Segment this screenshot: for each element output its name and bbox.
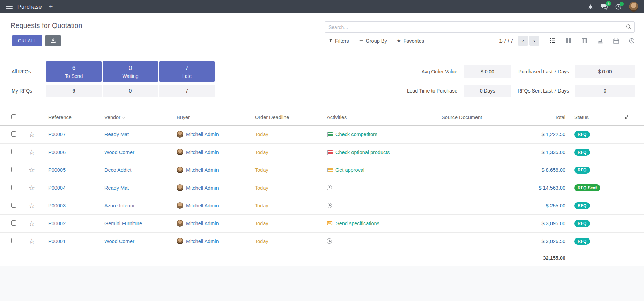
pivot-view-button[interactable] bbox=[582, 38, 587, 44]
row-checkbox[interactable] bbox=[11, 203, 16, 208]
my-waiting-value[interactable]: 0 bbox=[103, 85, 158, 97]
favorite-star-icon[interactable]: ☆ bbox=[29, 148, 35, 156]
table-row[interactable]: ☆ P00001 Wood Corner Mitchell Admin Toda… bbox=[0, 232, 644, 250]
activity-clock-icon[interactable] bbox=[615, 4, 621, 10]
search-icon[interactable] bbox=[626, 24, 631, 31]
vendor-link[interactable]: Deco Addict bbox=[104, 167, 131, 173]
status-badge: RFQ bbox=[574, 131, 590, 138]
debug-bug-icon[interactable] bbox=[587, 4, 593, 9]
column-header-order-deadline[interactable]: Order Deadline bbox=[255, 115, 289, 120]
buyer-link[interactable]: Mitchell Admin bbox=[186, 221, 219, 226]
export-button[interactable] bbox=[45, 35, 61, 46]
calendar-view-button[interactable] bbox=[613, 38, 619, 44]
table-row[interactable]: ☆ P00005 Deco Addict Mitchell Admin Toda… bbox=[0, 161, 644, 179]
vendor-link[interactable]: Ready Mat bbox=[104, 132, 129, 137]
activity-icon[interactable] bbox=[327, 132, 333, 137]
stat-label-purchased-last-7-days: Purchased Last 7 Days bbox=[518, 69, 569, 74]
buyer-link[interactable]: Mitchell Admin bbox=[186, 185, 219, 191]
reference-link[interactable]: P00005 bbox=[48, 167, 66, 173]
buyer-link[interactable]: Mitchell Admin bbox=[186, 203, 219, 208]
table-row[interactable]: ☆ P00003 Azure Interior Mitchell Admin T… bbox=[0, 197, 644, 214]
column-header-total[interactable]: Total bbox=[555, 115, 565, 120]
activity-icon[interactable] bbox=[327, 150, 333, 155]
row-checkbox[interactable] bbox=[11, 220, 16, 226]
activity-icon[interactable] bbox=[327, 238, 332, 244]
search-input[interactable] bbox=[325, 21, 635, 33]
column-header-activities[interactable]: Activities bbox=[327, 115, 347, 120]
vendor-link[interactable]: Azure Interior bbox=[104, 203, 135, 208]
order-deadline-text: Today bbox=[255, 149, 268, 155]
all-rfqs-link[interactable]: All RFQs bbox=[12, 69, 45, 74]
card-waiting[interactable]: 0 Waiting bbox=[103, 61, 158, 82]
favorite-star-icon[interactable]: ☆ bbox=[29, 184, 35, 192]
pager-next-button[interactable]: › bbox=[529, 36, 539, 46]
row-checkbox[interactable] bbox=[11, 131, 16, 137]
reference-link[interactable]: P00007 bbox=[48, 132, 66, 137]
card-to-send[interactable]: 6 To Send bbox=[46, 61, 102, 82]
activity-icon[interactable] bbox=[327, 185, 332, 190]
activity-label[interactable]: Check optional products bbox=[335, 149, 390, 155]
activity-view-button[interactable] bbox=[629, 38, 635, 44]
table-row[interactable]: ☆ P00006 Wood Corner Mitchell Admin Toda… bbox=[0, 143, 644, 161]
activity-label[interactable]: Send specifications bbox=[336, 221, 379, 226]
favorite-star-icon[interactable]: ☆ bbox=[29, 202, 35, 210]
favorite-star-icon[interactable]: ☆ bbox=[29, 220, 35, 227]
row-checkbox[interactable] bbox=[11, 149, 16, 154]
user-avatar[interactable] bbox=[629, 2, 638, 12]
table-row[interactable]: ☆ P00007 Ready Mat Mitchell Admin Today … bbox=[0, 125, 644, 143]
favorite-star-icon[interactable]: ☆ bbox=[29, 237, 35, 245]
messages-icon[interactable]: 5 bbox=[601, 4, 608, 10]
column-header-source-document[interactable]: Source Document bbox=[442, 115, 482, 120]
menu-icon[interactable] bbox=[6, 5, 13, 9]
select-all-checkbox[interactable] bbox=[11, 114, 16, 119]
column-header-status[interactable]: Status bbox=[574, 115, 589, 120]
activity-icon[interactable] bbox=[327, 221, 333, 226]
row-checkbox[interactable] bbox=[11, 167, 16, 172]
column-header-vendor[interactable]: Vendor bbox=[104, 115, 120, 120]
column-header-reference[interactable]: Reference bbox=[48, 115, 72, 120]
favorite-star-icon[interactable]: ☆ bbox=[29, 131, 35, 138]
favorites-button[interactable]: ★ Favorites bbox=[397, 38, 424, 44]
my-rfqs-link[interactable]: My RFQs bbox=[12, 88, 45, 94]
reference-link[interactable]: P00001 bbox=[48, 238, 66, 244]
vendor-link[interactable]: Gemini Furniture bbox=[104, 221, 142, 226]
table-row[interactable]: ☆ P00004 Ready Mat Mitchell Admin Today … bbox=[0, 179, 644, 197]
optional-columns-icon[interactable] bbox=[624, 115, 629, 120]
column-header-buyer[interactable]: Buyer bbox=[177, 115, 190, 120]
vendor-link[interactable]: Wood Corner bbox=[104, 149, 134, 155]
pager-text: 1-7 / 7 bbox=[499, 38, 513, 44]
app-name[interactable]: Purchase bbox=[17, 3, 42, 10]
buyer-link[interactable]: Mitchell Admin bbox=[186, 132, 219, 137]
create-button[interactable]: CREATE bbox=[12, 35, 42, 46]
my-to-send-value[interactable]: 6 bbox=[46, 85, 102, 97]
pager-previous-button[interactable]: ‹ bbox=[518, 36, 528, 46]
reference-link[interactable]: P00002 bbox=[48, 221, 66, 226]
activity-icon[interactable] bbox=[327, 168, 333, 172]
vendor-link[interactable]: Ready Mat bbox=[104, 185, 129, 191]
favorite-star-icon[interactable]: ☆ bbox=[29, 166, 35, 174]
stat-label-lead-time: Lead Time to Purchase bbox=[407, 88, 457, 94]
list-view-button[interactable] bbox=[550, 38, 556, 44]
vendor-link[interactable]: Wood Corner bbox=[104, 238, 134, 244]
group-by-button[interactable]: Group By bbox=[358, 38, 387, 44]
row-checkbox[interactable] bbox=[11, 185, 16, 190]
card-late[interactable]: 7 Late bbox=[159, 61, 215, 82]
reference-link[interactable]: P00003 bbox=[48, 203, 66, 208]
kanban-view-button[interactable] bbox=[566, 38, 571, 44]
page-background bbox=[0, 266, 644, 301]
filters-button[interactable]: Filters bbox=[328, 38, 349, 44]
graph-view-button[interactable] bbox=[597, 38, 603, 44]
activity-label[interactable]: Get approval bbox=[335, 167, 364, 173]
buyer-link[interactable]: Mitchell Admin bbox=[186, 149, 219, 155]
reference-link[interactable]: P00004 bbox=[48, 185, 66, 191]
activity-label[interactable]: Check competitors bbox=[335, 132, 377, 137]
buyer-link[interactable]: Mitchell Admin bbox=[186, 238, 219, 244]
row-checkbox[interactable] bbox=[11, 238, 16, 243]
buyer-link[interactable]: Mitchell Admin bbox=[186, 167, 219, 173]
table-row[interactable]: ☆ P00002 Gemini Furniture Mitchell Admin… bbox=[0, 214, 644, 232]
my-late-value[interactable]: 7 bbox=[159, 85, 215, 97]
buyer-avatar bbox=[177, 167, 183, 173]
add-tab-icon[interactable]: + bbox=[49, 3, 53, 10]
activity-icon[interactable] bbox=[327, 203, 332, 208]
reference-link[interactable]: P00006 bbox=[48, 149, 66, 155]
